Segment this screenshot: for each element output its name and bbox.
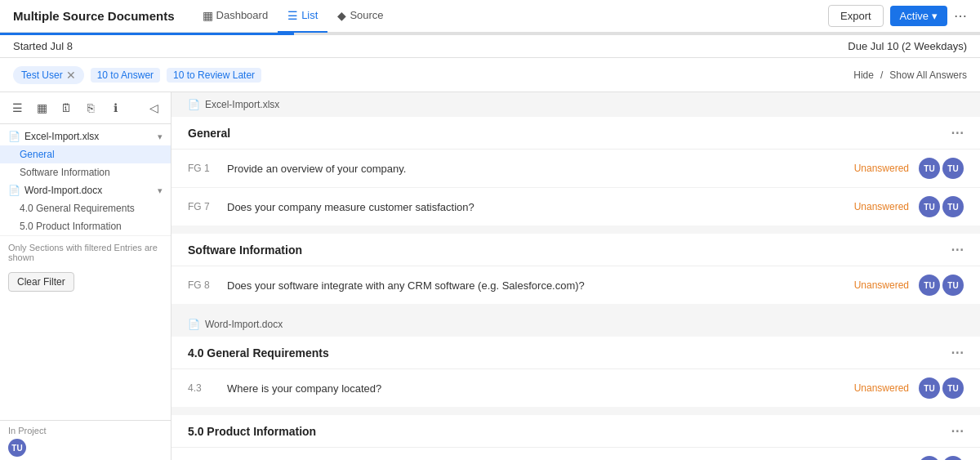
- show-all-link[interactable]: Show All Answers: [889, 69, 967, 81]
- question-left: FG 1 Provide an overview of your company…: [188, 163, 854, 175]
- section-software-info-more-icon[interactable]: ⋯: [951, 242, 964, 257]
- section-product-info-more-icon[interactable]: ⋯: [951, 423, 964, 439]
- word-header-name: Word-Import.docx: [205, 319, 283, 330]
- avatar[interactable]: TU: [942, 158, 964, 179]
- avatar[interactable]: TU: [919, 456, 940, 460]
- sidebar-excel-name: Excel-Import.xlsx: [24, 131, 99, 142]
- question-right: Unanswered TU TU: [854, 456, 964, 460]
- word-header-icon: 📄: [188, 319, 200, 330]
- question-num: 4.3: [188, 382, 220, 394]
- sidebar-product-info-label: 5.0 Product Information: [20, 221, 122, 232]
- sidebar-grid-tool[interactable]: ▦: [31, 97, 52, 118]
- sidebar-section-software-info[interactable]: Software Information: [0, 163, 171, 181]
- word-file-icon: 📄: [8, 185, 20, 196]
- sidebar-file-word[interactable]: 📄 Word-Import.docx ▾: [0, 181, 171, 199]
- top-bar-left: Multiple Source Documents ▦ Dashboard ☰ …: [13, 0, 394, 33]
- question-right: Unanswered TU TU: [854, 377, 964, 399]
- sidebar-software-info-label: Software Information: [20, 167, 110, 178]
- user-filter-chip[interactable]: Test User ✕: [13, 66, 84, 84]
- question-left: FG 7 Does your company measure customer …: [188, 201, 854, 213]
- avatar[interactable]: TU: [942, 275, 964, 296]
- sidebar-collapse-button[interactable]: ◁: [143, 97, 164, 118]
- question-right: Unanswered TU TU: [854, 275, 964, 296]
- sidebar-section-product-info[interactable]: 5.0 Product Information: [0, 217, 171, 235]
- sidebar-general-label: General: [20, 149, 55, 160]
- separator: /: [880, 69, 883, 81]
- hide-link[interactable]: Hide: [853, 69, 874, 81]
- sidebar-calendar-tool[interactable]: 🗓: [56, 97, 77, 118]
- section-product-info-header: 5.0 Product Information ⋯: [172, 415, 980, 448]
- nav-list[interactable]: ☰ List: [278, 0, 327, 33]
- avatar-group: TU TU: [919, 456, 964, 460]
- section-general-title: General: [188, 127, 230, 140]
- spacer: [172, 407, 980, 415]
- sidebar-tree: 📄 Excel-Import.xlsx ▾ General Software I…: [0, 124, 171, 420]
- section-software-information: Software Information ⋯ FG 8 Does your so…: [172, 234, 980, 304]
- sidebar-word-name: Word-Import.docx: [24, 185, 102, 196]
- sidebar-filter-note: Only Sections with filtered Entries are …: [0, 235, 171, 269]
- avatar[interactable]: TU: [919, 158, 940, 179]
- answer-count-badge[interactable]: 10 to Answer: [91, 68, 160, 83]
- question-num: FG 8: [188, 279, 220, 291]
- nav-list-label: List: [301, 9, 318, 21]
- avatar[interactable]: TU: [919, 377, 940, 399]
- table-row: FG 7 Does your company measure customer …: [172, 188, 980, 226]
- status-badge: Unanswered: [854, 382, 909, 394]
- avatar-group: TU TU: [919, 275, 964, 296]
- section-general-req-more-icon[interactable]: ⋯: [951, 345, 964, 360]
- filter-chip-label: Test User: [21, 69, 63, 81]
- section-general: General ⋯ FG 1 Provide an overview of yo…: [172, 117, 980, 226]
- table-row: 5.1 Describe the main features of your p…: [172, 448, 980, 460]
- in-project-avatar[interactable]: TU: [8, 439, 26, 457]
- excel-chevron-icon: ▾: [158, 132, 163, 142]
- avatar[interactable]: TU: [942, 456, 964, 460]
- section-general-requirements: 4.0 General Requirements ⋯ 4.3 Where is …: [172, 337, 980, 407]
- word-chevron-icon: ▾: [158, 185, 163, 196]
- sub-bar: Started Jul 8 Due Jul 10 (2 Weekdays): [0, 35, 980, 58]
- dashboard-icon: ▦: [203, 9, 213, 22]
- question-right: Unanswered TU TU: [854, 196, 964, 217]
- sidebar-section-general[interactable]: General: [0, 145, 171, 163]
- export-button[interactable]: Export: [828, 5, 884, 27]
- nav-source-label: Source: [350, 9, 383, 21]
- sidebar-list-tool[interactable]: ☰: [7, 97, 28, 118]
- avatar-group: TU TU: [919, 196, 964, 217]
- question-text: Does your company measure customer satis…: [227, 201, 854, 213]
- question-left: FG 8 Does your software integrate with a…: [188, 279, 854, 292]
- started-date: Started Jul 8: [13, 40, 73, 52]
- nav-dashboard[interactable]: ▦ Dashboard: [193, 0, 278, 33]
- filter-bar: Test User ✕ 10 to Answer 10 to Review La…: [0, 58, 980, 92]
- active-chevron-icon: ▾: [932, 10, 938, 22]
- section-software-info-header: Software Information ⋯: [172, 234, 980, 266]
- main-layout: ☰ ▦ 🗓 ⎘ ℹ ◁ 📄 Excel-Import.xlsx ▾ Genera…: [0, 92, 980, 460]
- avatar[interactable]: TU: [919, 196, 940, 217]
- avatar[interactable]: TU: [942, 377, 964, 399]
- clear-filter-button[interactable]: Clear Filter: [8, 272, 74, 292]
- avatar[interactable]: TU: [942, 196, 964, 217]
- sidebar-file-excel[interactable]: 📄 Excel-Import.xlsx ▾: [0, 127, 171, 145]
- in-project-label: In Project: [8, 426, 163, 435]
- filter-chip-remove-icon[interactable]: ✕: [66, 69, 76, 82]
- sidebar-section-general-req[interactable]: 4.0 General Requirements: [0, 199, 171, 217]
- content-area: 📄 Excel-Import.xlsx General ⋯ FG 1 Provi…: [172, 92, 980, 460]
- section-general-req-header: 4.0 General Requirements ⋯: [172, 337, 980, 369]
- section-general-more-icon[interactable]: ⋯: [951, 125, 964, 141]
- section-product-information: 5.0 Product Information ⋯ 5.1 Describe t…: [172, 415, 980, 460]
- sidebar-info-tool[interactable]: ℹ: [105, 97, 126, 118]
- excel-header-icon: 📄: [188, 99, 200, 110]
- filter-bar-right: Hide / Show All Answers: [853, 69, 967, 81]
- question-text: Does your software integrate with any CR…: [227, 279, 854, 292]
- review-later-badge[interactable]: 10 to Review Later: [167, 68, 261, 83]
- status-badge: Unanswered: [854, 163, 909, 174]
- sidebar-copy-tool[interactable]: ⎘: [80, 97, 101, 118]
- sidebar-file-excel-left: 📄 Excel-Import.xlsx: [8, 131, 99, 142]
- app-title: Multiple Source Documents: [13, 9, 175, 23]
- sidebar-toolbar: ☰ ▦ 🗓 ⎘ ℹ ◁: [0, 92, 171, 124]
- table-row: 4.3 Where is your company located? Unans…: [172, 369, 980, 407]
- more-options-icon[interactable]: ⋯: [954, 8, 967, 24]
- avatar[interactable]: TU: [919, 275, 940, 296]
- nav-source[interactable]: ◆ Source: [327, 0, 393, 33]
- in-project-users: TU: [8, 439, 163, 457]
- question-left: 4.3 Where is your company located?: [188, 382, 854, 395]
- active-button[interactable]: Active ▾: [890, 6, 947, 26]
